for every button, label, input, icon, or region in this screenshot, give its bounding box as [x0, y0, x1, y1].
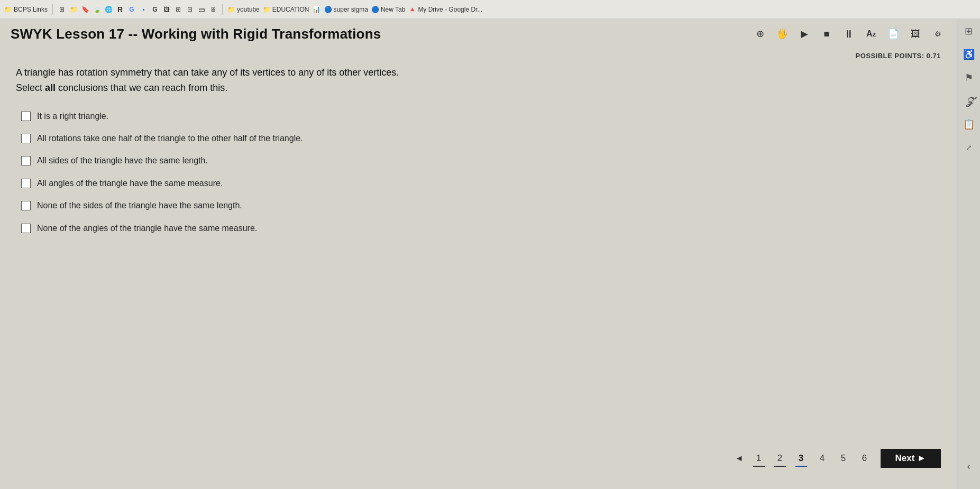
newtab-link[interactable]: 🔵 New Tab: [371, 6, 405, 13]
supersigma-link[interactable]: 🔵 super sigma: [324, 6, 368, 13]
pause-button[interactable]: ⏸: [840, 25, 857, 42]
sidebar-flag-icon[interactable]: ⚑: [961, 70, 977, 86]
grid-bookmark-icon[interactable]: ⊞: [58, 5, 66, 14]
star-bookmark-icon[interactable]: 🔖: [81, 5, 89, 14]
choice-4-label: All angles of the triangle have the same…: [37, 178, 223, 189]
choice-3-label: All sides of the triangle have the same …: [37, 155, 208, 167]
move-tool-button[interactable]: ⊕: [752, 25, 768, 42]
main-container: SWYK Lesson 17 -- Working with Rigid Tra…: [0, 19, 980, 489]
question-text: A triangle has rotation symmetry that ca…: [16, 65, 598, 96]
choice-2-checkbox[interactable]: [21, 134, 31, 143]
separator: [52, 4, 53, 15]
wp-bookmark-icon[interactable]: 🌐: [104, 5, 113, 14]
list-item[interactable]: All rotations take one half of the trian…: [21, 133, 941, 144]
page-3-button[interactable]: 3: [792, 449, 811, 468]
grid2-bookmark-icon[interactable]: ⊟: [186, 5, 194, 14]
content-panel: SWYK Lesson 17 -- Working with Rigid Tra…: [0, 19, 957, 489]
browser-toolbar: 📁 BCPS Links ⊞ 📁 🔖 🍃 🌐 R G ▪ G 🖼 ⊞ ⊟ 🗃 🖥…: [0, 0, 980, 19]
play-button[interactable]: ▶: [796, 25, 813, 42]
nav-bar: ◄ 1 2 3 4 5 6 Next ►: [731, 449, 941, 468]
lesson-header: SWYK Lesson 17 -- Working with Rigid Tra…: [0, 19, 957, 47]
page-5-button[interactable]: 5: [834, 449, 853, 468]
settings-button[interactable]: ⚙: [929, 25, 946, 42]
choice-1-label: It is a right triangle.: [37, 110, 108, 122]
sidebar-collapse-icon[interactable]: ‹: [961, 458, 977, 474]
stop-button[interactable]: ■: [818, 25, 835, 42]
separator2: [222, 4, 223, 15]
question-area: POSSIBLE POINTS: 0.71 A triangle has rot…: [0, 47, 957, 245]
choice-6-checkbox[interactable]: [21, 224, 31, 233]
folder-bookmark-icon[interactable]: 📁: [69, 5, 78, 14]
page-view-button[interactable]: 📄: [885, 25, 902, 42]
blue-square-icon[interactable]: ▪: [139, 5, 148, 14]
list-item[interactable]: It is a right triangle.: [21, 110, 941, 122]
page-1-button[interactable]: 1: [749, 449, 768, 468]
mydrive-icon: 🔺: [408, 6, 416, 13]
choice-4-checkbox[interactable]: [21, 179, 31, 188]
sidebar-accessibility-icon[interactable]: ♿: [961, 47, 977, 62]
sidebar-grid-icon[interactable]: ⊞: [961, 23, 977, 39]
edu-icon[interactable]: 📊: [313, 5, 321, 14]
supersigma-circle-icon: 🔵: [324, 6, 332, 13]
sidebar-person-icon[interactable]: 𝒵: [961, 93, 977, 109]
choice-2-label: All rotations take one half of the trian…: [37, 133, 303, 144]
image-view-button[interactable]: 🖼: [907, 25, 924, 42]
education-folder-icon: 📁: [263, 6, 271, 13]
img2-bookmark-icon[interactable]: 🗃: [197, 5, 206, 14]
folder-icon: 📁: [4, 6, 12, 13]
img-bookmark-icon[interactable]: 🖼: [162, 5, 171, 14]
education-link[interactable]: 📁 EDUCATION: [263, 6, 309, 13]
header-controls: ⊕ 🖐 ▶ ■ ⏸ Az 📄 🖼 ⚙: [752, 25, 946, 42]
newtab-circle-icon: 🔵: [371, 6, 379, 13]
lesson-title: SWYK Lesson 17 -- Working with Rigid Tra…: [11, 26, 381, 42]
right-sidebar: ⊞ ♿ ⚑ 𝒵 📋 ⤢ ‹: [957, 19, 980, 489]
choice-1-checkbox[interactable]: [21, 112, 31, 121]
choice-5-label: None of the sides of the triangle have t…: [37, 200, 242, 211]
page-2-button[interactable]: 2: [771, 449, 790, 468]
bcps-links[interactable]: 📁 BCPS Links: [4, 6, 48, 13]
prev-page-button[interactable]: ◄: [731, 449, 747, 468]
next-button[interactable]: Next ►: [881, 449, 941, 468]
choice-6-label: None of the angles of the triangle have …: [37, 223, 257, 234]
list-item[interactable]: None of the angles of the triangle have …: [21, 223, 941, 234]
youtube-link[interactable]: 📁 youtube: [227, 6, 260, 13]
text-size-button[interactable]: Az: [863, 25, 880, 42]
list-item[interactable]: All angles of the triangle have the same…: [21, 178, 941, 189]
list-item[interactable]: All sides of the triangle have the same …: [21, 155, 941, 167]
list-item[interactable]: None of the sides of the triangle have t…: [21, 200, 941, 211]
mydrive-link[interactable]: 🔺 My Drive - Google Dr...: [408, 6, 482, 13]
sidebar-notes-icon[interactable]: 📋: [961, 116, 977, 132]
sidebar-expand-icon[interactable]: ⤢: [961, 140, 977, 155]
pointer-tool-button[interactable]: 🖐: [774, 25, 791, 42]
g-circle-icon[interactable]: G: [127, 5, 136, 14]
table-bookmark-icon[interactable]: ⊞: [174, 5, 182, 14]
youtube-folder-icon: 📁: [227, 6, 235, 13]
page-4-button[interactable]: 4: [813, 449, 832, 468]
g-plain-icon[interactable]: G: [151, 5, 159, 14]
possible-points: POSSIBLE POINTS: 0.71: [16, 52, 941, 60]
choice-5-checkbox[interactable]: [21, 201, 31, 210]
r-bookmark-icon[interactable]: R: [116, 5, 124, 14]
choices-list: It is a right triangle. All rotations ta…: [16, 110, 941, 234]
choice-3-checkbox[interactable]: [21, 156, 31, 165]
leaf-bookmark-icon[interactable]: 🍃: [93, 5, 101, 14]
page-6-button[interactable]: 6: [855, 449, 874, 468]
monitor-bookmark-icon[interactable]: 🖥: [209, 5, 217, 14]
